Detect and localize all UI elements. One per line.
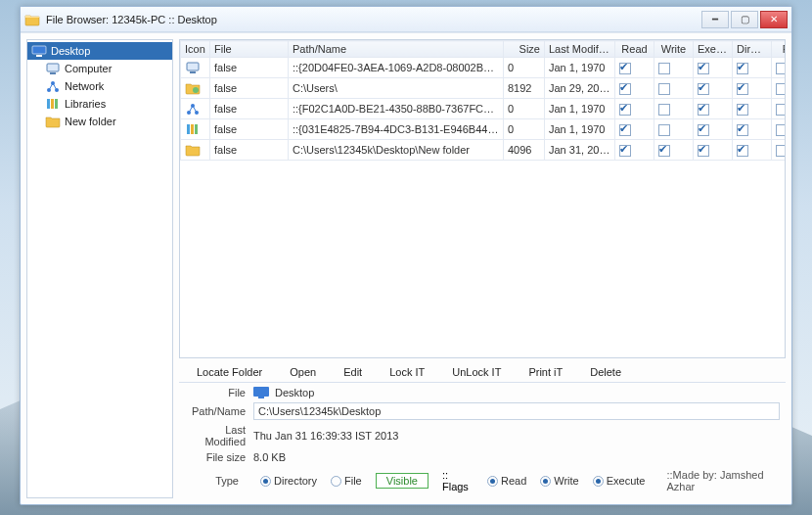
cell-file: false: [210, 58, 289, 78]
svg-rect-8: [51, 99, 54, 109]
main-panel: Icon File Path/Name Size Last Modified R…: [179, 39, 786, 498]
radio-write[interactable]: Write: [540, 475, 578, 487]
checkbox[interactable]: [776, 63, 786, 74]
checkbox[interactable]: [776, 124, 786, 136]
checkbox[interactable]: [658, 124, 670, 136]
edit-link[interactable]: Edit: [343, 366, 362, 378]
lock-link[interactable]: Lock IT: [389, 366, 425, 378]
svg-rect-19: [253, 387, 269, 397]
folder-tree[interactable]: Desktop Computer Network Libraries New f…: [26, 39, 173, 498]
file-grid[interactable]: Icon File Path/Name Size Last Modified R…: [179, 39, 786, 358]
checkbox[interactable]: [619, 83, 631, 95]
svg-rect-16: [187, 124, 190, 134]
col-write[interactable]: Write: [654, 41, 694, 58]
col-icon[interactable]: Icon: [181, 41, 210, 58]
checkbox[interactable]: [776, 104, 786, 116]
user-folder-icon: [185, 80, 201, 96]
radio-read[interactable]: Read: [487, 475, 526, 487]
col-modified[interactable]: Last Modified: [545, 41, 615, 58]
cell-file: false: [210, 119, 289, 140]
unlock-link[interactable]: UnLock IT: [452, 366, 501, 378]
svg-point-12: [193, 87, 199, 93]
table-row[interactable]: falseC:\Users\12345k\Desktop\New folder4…: [181, 140, 787, 161]
maximize-button[interactable]: ▢: [731, 11, 758, 28]
col-file[interactable]: File: [210, 41, 289, 58]
checkbox[interactable]: [698, 83, 709, 95]
radio-execute[interactable]: Execute: [593, 475, 646, 487]
svg-rect-11: [190, 71, 196, 73]
checkbox[interactable]: [658, 83, 670, 95]
close-button[interactable]: ✕: [760, 11, 788, 28]
table-row[interactable]: false::{031E4825-7B94-4DC3-B131-E946B44C…: [181, 119, 787, 140]
checkbox[interactable]: [619, 104, 631, 116]
tree-root-label: Desktop: [51, 45, 90, 57]
col-read[interactable]: Read: [615, 41, 654, 58]
checkbox[interactable]: [776, 83, 786, 95]
radio-file[interactable]: File: [331, 475, 362, 487]
path-label: Path/Name: [185, 405, 253, 417]
table-row[interactable]: falseC:\Users\8192Jan 29, 2013: [181, 78, 787, 99]
checkbox[interactable]: [776, 145, 786, 157]
checkbox[interactable]: [698, 145, 709, 157]
tree-item-computer[interactable]: Computer: [27, 60, 172, 77]
svg-rect-20: [258, 397, 264, 398]
size-value: 8.0 KB: [253, 451, 780, 463]
minimize-button[interactable]: ━: [701, 11, 729, 28]
table-header: Icon File Path/Name Size Last Modified R…: [181, 41, 787, 58]
print-link[interactable]: Print iT: [528, 366, 563, 378]
col-filecol[interactable]: File: [772, 41, 787, 58]
tree-root-desktop[interactable]: Desktop: [27, 42, 172, 60]
svg-rect-0: [32, 46, 46, 54]
checkbox[interactable]: [658, 104, 670, 116]
locate-folder-link[interactable]: Locate Folder: [197, 366, 262, 378]
checkbox[interactable]: [658, 145, 670, 157]
tree-item-network[interactable]: Network: [27, 77, 172, 95]
modified-label: Last Modified: [185, 424, 253, 447]
checkbox[interactable]: [737, 124, 748, 136]
tree-item-libraries[interactable]: Libraries: [27, 95, 172, 113]
radio-directory[interactable]: Directory: [260, 475, 317, 487]
tree-item-newfolder[interactable]: New folder: [27, 113, 172, 130]
open-link[interactable]: Open: [290, 366, 316, 378]
file-browser-window: File Browser: 12345k-PC :: Desktop ━ ▢ ✕…: [20, 6, 792, 505]
network-icon: [185, 101, 201, 117]
svg-rect-3: [50, 72, 56, 74]
checkbox[interactable]: [658, 63, 670, 74]
credit-text: ::Made by: Jamshed Azhar: [666, 469, 780, 492]
type-label: Type: [185, 475, 247, 487]
footer-row: Type Directory File Visible :: Flags Rea…: [179, 465, 786, 498]
checkbox[interactable]: [698, 63, 709, 74]
checkbox[interactable]: [619, 63, 631, 74]
col-execute[interactable]: Execute: [694, 41, 733, 58]
svg-rect-2: [47, 64, 59, 71]
checkbox[interactable]: [737, 104, 748, 116]
svg-rect-1: [36, 55, 42, 57]
folder-icon: [185, 142, 201, 158]
checkbox[interactable]: [698, 104, 709, 116]
folder-icon: [45, 114, 61, 129]
window-buttons: ━ ▢ ✕: [699, 11, 788, 28]
delete-link[interactable]: Delete: [590, 366, 621, 378]
checkbox[interactable]: [698, 124, 709, 136]
col-path[interactable]: Path/Name: [289, 41, 504, 58]
cell-modified: Jan 29, 2013: [545, 78, 615, 99]
path-input[interactable]: [253, 402, 780, 420]
checkbox[interactable]: [737, 83, 748, 95]
network-icon: [45, 78, 61, 94]
window-title: File Browser: 12345k-PC :: Desktop: [46, 14, 699, 25]
table-row[interactable]: false::{20D04FE0-3AEA-1069-A2D8-08002B30…: [181, 58, 787, 78]
checkbox[interactable]: [619, 145, 631, 157]
cell-path: C:\Users\12345k\Desktop\New folder: [289, 140, 504, 161]
cell-size: 0: [504, 58, 545, 78]
modified-value: Thu Jan 31 16:39:33 IST 2013: [253, 430, 780, 442]
checkbox[interactable]: [619, 124, 631, 136]
cell-modified: Jan 1, 1970: [545, 58, 615, 78]
col-size[interactable]: Size: [504, 41, 545, 58]
table-row[interactable]: false::{F02C1A0D-BE21-4350-88B0-7367FC96…: [181, 99, 787, 119]
app-folder-icon: [24, 12, 40, 27]
checkbox[interactable]: [737, 145, 748, 157]
col-directory[interactable]: Directory: [733, 41, 772, 58]
visible-button[interactable]: Visible: [376, 473, 429, 489]
checkbox[interactable]: [737, 63, 748, 74]
file-label: File: [185, 387, 253, 398]
